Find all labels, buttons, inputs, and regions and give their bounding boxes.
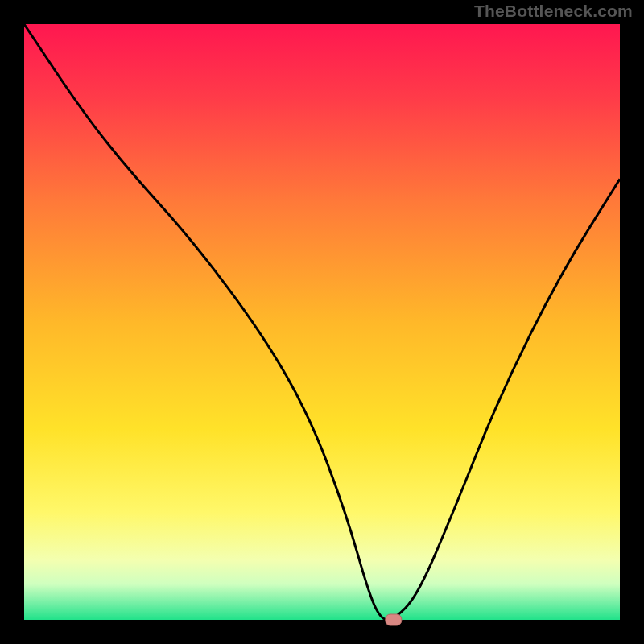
optimal-point-marker (386, 614, 402, 625)
plot-background (24, 24, 620, 620)
bottleneck-chart (0, 0, 644, 644)
watermark-text: TheBottleneck.com (474, 2, 633, 21)
chart-container: TheBottleneck.com (0, 0, 644, 644)
